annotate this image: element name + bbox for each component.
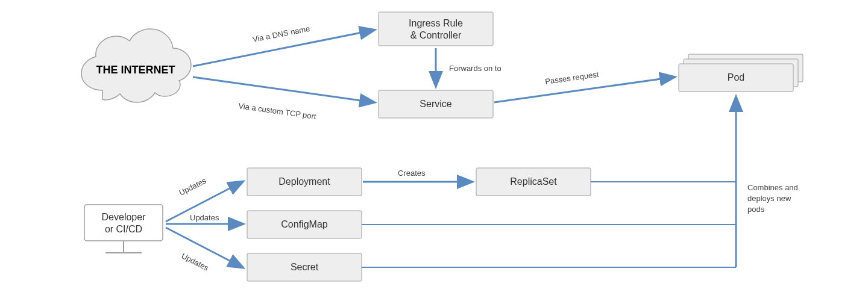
configmap-label: ConfigMap — [281, 219, 327, 229]
edge-updates1-label: Updates — [178, 176, 208, 197]
edge-combines-3: pods — [747, 205, 765, 214]
secret-node: Secret — [247, 253, 362, 281]
secret-label: Secret — [291, 262, 319, 272]
ingress-label-1: Ingress Rule — [409, 18, 463, 28]
service-label: Service — [420, 99, 451, 109]
edge-creates-label: Creates — [398, 169, 426, 178]
developer-label-2: or CI/CD — [105, 224, 142, 234]
edge-tcp-label: Via a custom TCP port — [238, 101, 317, 121]
service-node: Service — [379, 90, 493, 118]
pod-node: Pod — [679, 54, 803, 92]
deployment-label: Deployment — [278, 176, 330, 187]
ingress-label-2: & Controller — [410, 30, 462, 40]
edge-combines-1: Combines and — [747, 183, 798, 192]
edge-combines-2: deploys new — [747, 194, 791, 203]
replicaset-node: ReplicaSet — [476, 168, 591, 196]
edge-updates2-label: Updates — [190, 213, 219, 222]
edge-service-pod — [494, 77, 674, 102]
edge-forwards-label: Forwards on to — [449, 64, 502, 73]
developer-node: Developer or CI/CD — [84, 205, 163, 253]
internet-label: THE INTERNET — [96, 64, 175, 76]
configmap-node: ConfigMap — [247, 211, 362, 238]
edge-internet-service — [193, 77, 374, 102]
replicaset-label: ReplicaSet — [510, 176, 557, 187]
developer-label-1: Developer — [102, 212, 146, 222]
edge-dns-label: Via a DNS name — [252, 24, 311, 44]
internet-node: THE INTERNET — [81, 29, 191, 102]
svg-rect-0 — [379, 12, 493, 46]
edge-passes-label: Passes request — [544, 70, 599, 86]
svg-rect-5 — [84, 205, 163, 241]
ingress-node: Ingress Rule & Controller — [379, 12, 493, 46]
edge-updates3-label: Updates — [180, 251, 210, 273]
deployment-node: Deployment — [247, 168, 362, 196]
architecture-diagram: THE INTERNET Ingress Rule & Controller S… — [0, 0, 868, 301]
pod-label: Pod — [728, 72, 744, 82]
